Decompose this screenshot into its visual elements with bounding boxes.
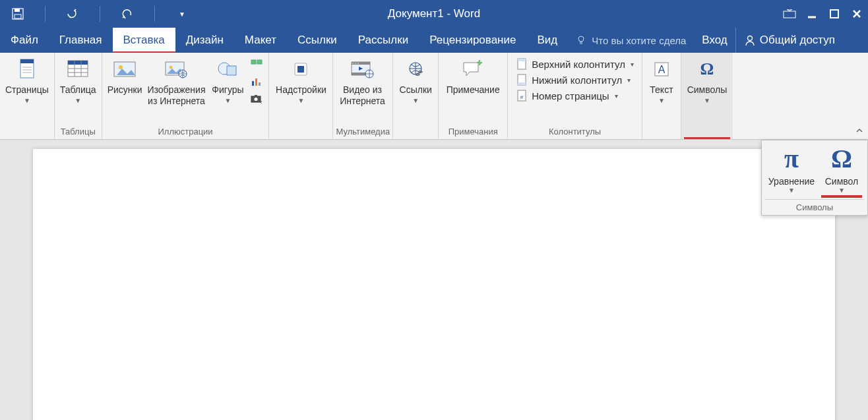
group-comments: Примечание Примечания [439, 53, 508, 139]
redo-button[interactable] [116, 0, 139, 28]
chevron-down-icon: ▼ [704, 97, 710, 105]
share-label: Общий доступ [760, 34, 835, 47]
online-video-button[interactable]: Видео изИнтернета [336, 55, 388, 108]
smartart-button[interactable] [249, 57, 264, 73]
minimize-icon [807, 9, 817, 19]
group-label [645, 125, 678, 139]
table-icon [67, 57, 89, 82]
tab-design[interactable]: Дизайн [175, 28, 234, 53]
group-links: Ссылки ▼ [393, 53, 439, 139]
equation-button[interactable]: π Уравнение ▼ [764, 143, 819, 196]
restore-icon [829, 9, 840, 19]
document-area[interactable] [0, 140, 868, 420]
restore-button[interactable] [823, 0, 846, 28]
sign-in-label: Вход [702, 34, 727, 47]
sign-in-button[interactable]: Вход [694, 28, 735, 53]
tab-review[interactable]: Рецензирование [419, 28, 526, 53]
symbols-button[interactable]: Ω Символы ▼ [684, 55, 730, 106]
comment-icon [462, 57, 484, 82]
links-button[interactable]: Ссылки ▼ [396, 55, 435, 106]
chevron-down-icon: ▾ [627, 76, 631, 84]
ribbon-display-options-button[interactable] [778, 0, 801, 28]
group-label: Колонтитулы [511, 125, 639, 139]
group-symbols: Ω Символы ▼ [681, 53, 733, 139]
symbols-label: Символы [687, 84, 728, 96]
text-label: Текст [650, 84, 673, 96]
chevron-up-icon [855, 127, 863, 135]
group-label: Иллюстрации [105, 125, 266, 139]
symbols-dropdown: π Уравнение ▼ Ω Символ ▼ Символы [761, 140, 868, 216]
group-label: Мультимедиа [336, 125, 390, 139]
redo-icon [121, 8, 134, 20]
table-button[interactable]: Таблица ▼ [57, 55, 99, 106]
svg-rect-13 [20, 59, 34, 63]
document-title: Документ1 - Word [388, 7, 480, 20]
pictures-button[interactable]: Рисунки [105, 55, 145, 97]
customize-qat-button[interactable]: ▼ [171, 0, 193, 28]
collapse-ribbon-button[interactable] [853, 125, 865, 136]
addins-button[interactable]: Надстройки ▼ [272, 55, 330, 106]
minimize-button[interactable] [801, 0, 823, 28]
svg-rect-51 [518, 82, 526, 85]
tab-view[interactable]: Вид [526, 28, 568, 53]
undo-button[interactable] [61, 0, 84, 28]
chevron-down-icon: ▾ [631, 61, 634, 68]
tab-label: Файл [11, 34, 38, 47]
pi-icon: π [784, 146, 799, 175]
illustrations-mini-buttons [247, 55, 266, 108]
svg-rect-41 [352, 62, 370, 65]
svg-rect-49 [518, 59, 526, 61]
svg-point-36 [255, 98, 258, 101]
group-label: Примечания [441, 125, 505, 139]
symbol-label: Символ [825, 176, 858, 187]
svg-rect-29 [227, 66, 236, 75]
footer-button[interactable]: Нижний колонтитул ▾ [514, 73, 635, 87]
document-page[interactable] [33, 149, 835, 420]
tab-references[interactable]: Ссылки [287, 28, 348, 53]
header-button[interactable]: Верхний колонтитул ▾ [514, 57, 635, 71]
comment-button[interactable]: Примечание [441, 55, 505, 97]
group-header-footer: Верхний колонтитул ▾ Нижний колонтитул ▾… [508, 53, 642, 139]
page-number-button[interactable]: # Номер страницы ▾ [514, 88, 635, 103]
tab-label: Вид [537, 34, 557, 47]
group-illustrations: Рисунки Изображенияиз Интернета Фигуры ▼ [102, 53, 270, 139]
footer-label: Нижний колонтитул [532, 75, 622, 86]
close-button[interactable] [846, 0, 868, 28]
group-tables: Таблица ▼ Таблицы [55, 53, 102, 139]
tab-label: Макет [245, 34, 276, 47]
online-pictures-label: Изображенияиз Интернета [147, 84, 205, 107]
tab-layout[interactable]: Макет [234, 28, 287, 53]
symbol-button[interactable]: Ω Символ ▼ [819, 143, 865, 196]
online-picture-icon [164, 57, 188, 82]
group-label [3, 125, 51, 139]
chevron-down-icon: ▼ [658, 97, 665, 105]
tab-label: Рецензирование [429, 34, 516, 47]
tab-file[interactable]: Файл [0, 28, 49, 53]
page-icon [18, 57, 36, 82]
svg-point-44 [356, 63, 357, 64]
pages-button[interactable]: Страницы ▼ [3, 55, 51, 106]
svg-text:#: # [520, 94, 524, 100]
highlight-underline [684, 137, 730, 139]
tab-home[interactable]: Главная [49, 28, 113, 53]
online-pictures-button[interactable]: Изображенияиз Интернета [144, 55, 208, 108]
screenshot-button[interactable] [249, 91, 264, 107]
tab-insert[interactable]: Вставка [113, 28, 175, 53]
svg-rect-1 [15, 9, 20, 12]
chart-button[interactable] [249, 74, 264, 90]
share-button[interactable]: Общий доступ [735, 28, 843, 53]
tab-label: Дизайн [186, 34, 224, 47]
svg-rect-32 [252, 81, 254, 86]
separator [45, 6, 46, 22]
tab-mailings[interactable]: Рассылки [348, 28, 419, 53]
group-label: Таблицы [57, 125, 99, 139]
save-button[interactable] [7, 0, 29, 28]
text-button[interactable]: A Текст ▼ [645, 55, 678, 106]
svg-point-43 [353, 63, 354, 64]
page-number-label: Номер страницы [532, 90, 609, 102]
shapes-button[interactable]: Фигуры ▼ [208, 55, 247, 106]
svg-rect-3 [784, 11, 795, 18]
svg-rect-30 [251, 60, 256, 64]
close-icon [852, 9, 862, 19]
tell-me-search[interactable]: Что вы хотите сдела [568, 28, 694, 53]
